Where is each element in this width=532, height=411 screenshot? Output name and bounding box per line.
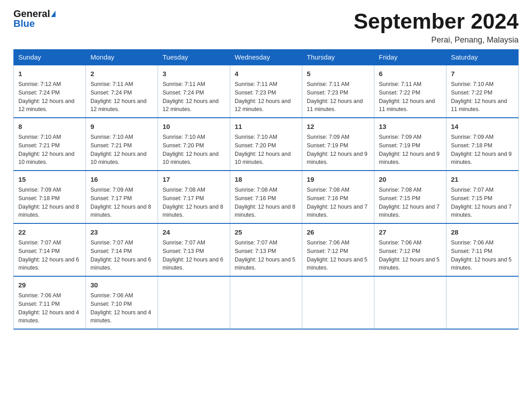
day-number: 29 [18, 280, 81, 290]
calendar-cell: 6 Sunrise: 7:11 AMSunset: 7:22 PMDayligh… [374, 65, 446, 118]
day-number: 10 [163, 122, 225, 131]
calendar-cell: 4 Sunrise: 7:11 AMSunset: 7:23 PMDayligh… [230, 65, 302, 118]
day-number: 12 [307, 122, 369, 131]
day-number: 11 [235, 122, 297, 131]
calendar-cell [230, 276, 302, 329]
day-number: 13 [379, 122, 442, 131]
calendar-cell: 26 Sunrise: 7:06 AMSunset: 7:12 PMDaylig… [302, 223, 374, 276]
calendar-cell: 12 Sunrise: 7:09 AMSunset: 7:19 PMDaylig… [302, 118, 374, 171]
weekday-header-sunday: Sunday [14, 50, 86, 65]
day-info: Sunrise: 7:12 AMSunset: 7:24 PMDaylight:… [18, 80, 81, 114]
day-number: 19 [307, 175, 369, 184]
day-info: Sunrise: 7:07 AMSunset: 7:13 PMDaylight:… [163, 239, 225, 272]
calendar-week-row: 8 Sunrise: 7:10 AMSunset: 7:21 PMDayligh… [14, 118, 519, 171]
calendar-week-row: 1 Sunrise: 7:12 AMSunset: 7:24 PMDayligh… [14, 65, 519, 118]
day-number: 22 [18, 227, 81, 237]
day-number: 30 [90, 280, 153, 290]
calendar-cell: 3 Sunrise: 7:11 AMSunset: 7:24 PMDayligh… [158, 65, 230, 118]
day-info: Sunrise: 7:11 AMSunset: 7:23 PMDaylight:… [307, 80, 369, 114]
calendar-cell: 1 Sunrise: 7:12 AMSunset: 7:24 PMDayligh… [14, 65, 86, 118]
day-number: 8 [18, 122, 81, 131]
calendar-cell: 20 Sunrise: 7:08 AMSunset: 7:15 PMDaylig… [374, 171, 446, 223]
day-info: Sunrise: 7:06 AMSunset: 7:12 PMDaylight:… [379, 239, 442, 272]
logo-general-text: General [13, 9, 50, 19]
day-info: Sunrise: 7:06 AMSunset: 7:11 PMDaylight:… [18, 291, 81, 325]
calendar-week-row: 22 Sunrise: 7:07 AMSunset: 7:14 PMDaylig… [14, 223, 519, 276]
day-info: Sunrise: 7:11 AMSunset: 7:23 PMDaylight:… [235, 80, 297, 114]
calendar-cell [302, 276, 374, 329]
day-info: Sunrise: 7:11 AMSunset: 7:24 PMDaylight:… [163, 80, 225, 114]
calendar-cell: 17 Sunrise: 7:08 AMSunset: 7:17 PMDaylig… [158, 171, 230, 223]
weekday-header-thursday: Thursday [302, 50, 374, 65]
day-info: Sunrise: 7:11 AMSunset: 7:22 PMDaylight:… [379, 80, 442, 114]
logo-triangle-icon [51, 11, 56, 17]
day-number: 20 [379, 175, 442, 184]
day-info: Sunrise: 7:10 AMSunset: 7:22 PMDaylight:… [451, 80, 514, 114]
day-number: 3 [163, 69, 225, 78]
page-header: General Blue September 2024 Perai, Penan… [13, 9, 519, 45]
calendar-week-row: 29 Sunrise: 7:06 AMSunset: 7:11 PMDaylig… [14, 276, 519, 329]
calendar-cell: 27 Sunrise: 7:06 AMSunset: 7:12 PMDaylig… [374, 223, 446, 276]
calendar-cell [374, 276, 446, 329]
calendar-cell: 14 Sunrise: 7:09 AMSunset: 7:18 PMDaylig… [446, 118, 519, 171]
day-number: 24 [163, 227, 225, 237]
day-number: 4 [235, 69, 297, 78]
day-info: Sunrise: 7:09 AMSunset: 7:18 PMDaylight:… [18, 186, 81, 219]
day-number: 6 [379, 69, 442, 78]
day-info: Sunrise: 7:11 AMSunset: 7:24 PMDaylight:… [90, 80, 153, 114]
calendar-cell: 2 Sunrise: 7:11 AMSunset: 7:24 PMDayligh… [86, 65, 158, 118]
calendar-week-row: 15 Sunrise: 7:09 AMSunset: 7:18 PMDaylig… [14, 171, 519, 223]
day-info: Sunrise: 7:10 AMSunset: 7:21 PMDaylight:… [90, 133, 153, 167]
day-info: Sunrise: 7:06 AMSunset: 7:12 PMDaylight:… [307, 239, 369, 272]
day-number: 9 [90, 122, 153, 131]
weekday-header-saturday: Saturday [446, 50, 519, 65]
day-number: 25 [235, 227, 297, 237]
day-number: 17 [163, 175, 225, 184]
day-number: 7 [451, 69, 514, 78]
calendar-cell: 18 Sunrise: 7:08 AMSunset: 7:16 PMDaylig… [230, 171, 302, 223]
day-info: Sunrise: 7:07 AMSunset: 7:13 PMDaylight:… [235, 239, 297, 272]
day-info: Sunrise: 7:10 AMSunset: 7:21 PMDaylight:… [18, 133, 81, 167]
day-info: Sunrise: 7:10 AMSunset: 7:20 PMDaylight:… [235, 133, 297, 167]
day-number: 27 [379, 227, 442, 237]
calendar-cell: 28 Sunrise: 7:06 AMSunset: 7:11 PMDaylig… [446, 223, 519, 276]
calendar-cell: 13 Sunrise: 7:09 AMSunset: 7:19 PMDaylig… [374, 118, 446, 171]
calendar-cell: 23 Sunrise: 7:07 AMSunset: 7:14 PMDaylig… [86, 223, 158, 276]
weekday-header-monday: Monday [86, 50, 158, 65]
day-number: 18 [235, 175, 297, 184]
logo-blue-text: Blue [13, 19, 35, 29]
day-info: Sunrise: 7:06 AMSunset: 7:11 PMDaylight:… [451, 239, 514, 272]
calendar-cell: 22 Sunrise: 7:07 AMSunset: 7:14 PMDaylig… [14, 223, 86, 276]
day-number: 26 [307, 227, 369, 237]
calendar-cell: 7 Sunrise: 7:10 AMSunset: 7:22 PMDayligh… [446, 65, 519, 118]
day-number: 2 [90, 69, 153, 78]
calendar-cell [446, 276, 519, 329]
calendar-cell: 30 Sunrise: 7:06 AMSunset: 7:10 PMDaylig… [86, 276, 158, 329]
day-info: Sunrise: 7:10 AMSunset: 7:20 PMDaylight:… [163, 133, 225, 167]
calendar-cell: 11 Sunrise: 7:10 AMSunset: 7:20 PMDaylig… [230, 118, 302, 171]
day-number: 21 [451, 175, 514, 184]
weekday-header-tuesday: Tuesday [158, 50, 230, 65]
calendar-cell: 10 Sunrise: 7:10 AMSunset: 7:20 PMDaylig… [158, 118, 230, 171]
location-text: Perai, Penang, Malaysia [354, 35, 519, 45]
calendar-cell: 29 Sunrise: 7:06 AMSunset: 7:11 PMDaylig… [14, 276, 86, 329]
weekday-header-friday: Friday [374, 50, 446, 65]
day-number: 14 [451, 122, 514, 131]
day-number: 15 [18, 175, 81, 184]
day-info: Sunrise: 7:07 AMSunset: 7:14 PMDaylight:… [90, 239, 153, 272]
title-area: September 2024 Perai, Penang, Malaysia [354, 9, 519, 45]
day-info: Sunrise: 7:09 AMSunset: 7:19 PMDaylight:… [307, 133, 369, 167]
day-info: Sunrise: 7:07 AMSunset: 7:15 PMDaylight:… [451, 186, 514, 219]
day-number: 23 [90, 227, 153, 237]
month-title: September 2024 [354, 9, 519, 34]
weekday-header-row: SundayMondayTuesdayWednesdayThursdayFrid… [14, 50, 519, 65]
calendar-cell: 8 Sunrise: 7:10 AMSunset: 7:21 PMDayligh… [14, 118, 86, 171]
day-number: 28 [451, 227, 514, 237]
day-info: Sunrise: 7:09 AMSunset: 7:18 PMDaylight:… [451, 133, 514, 167]
day-number: 16 [90, 175, 153, 184]
day-info: Sunrise: 7:08 AMSunset: 7:15 PMDaylight:… [379, 186, 442, 219]
day-number: 5 [307, 69, 369, 78]
day-info: Sunrise: 7:08 AMSunset: 7:17 PMDaylight:… [163, 186, 225, 219]
calendar-cell: 5 Sunrise: 7:11 AMSunset: 7:23 PMDayligh… [302, 65, 374, 118]
calendar-cell: 24 Sunrise: 7:07 AMSunset: 7:13 PMDaylig… [158, 223, 230, 276]
